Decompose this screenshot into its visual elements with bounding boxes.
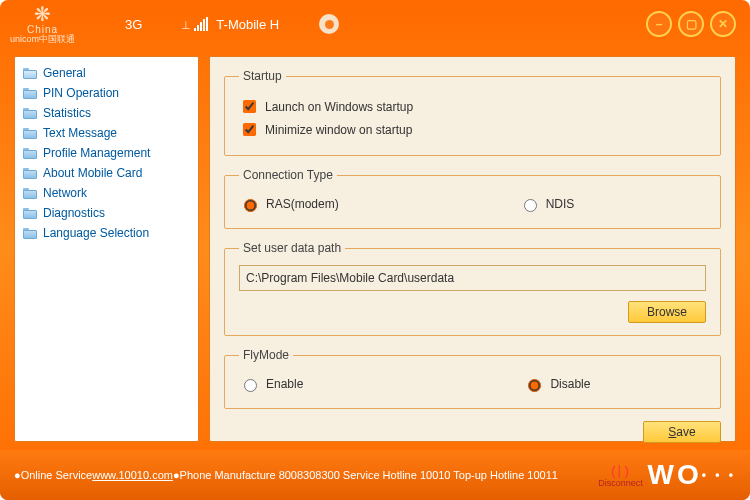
minimize-on-startup-row[interactable]: Minimize window on startup xyxy=(239,120,706,139)
folder-icon xyxy=(23,228,37,239)
ndis-radio[interactable] xyxy=(524,199,537,212)
sidebar-item-pin-operation[interactable]: PIN Operation xyxy=(19,83,194,103)
close-button[interactable]: ✕ xyxy=(710,11,736,37)
sidebar: General PIN Operation Statistics Text Me… xyxy=(14,56,199,442)
save-button[interactable]: Save xyxy=(643,421,721,443)
sidebar-item-label: Network xyxy=(43,186,87,200)
ndis-label: NDIS xyxy=(546,197,575,211)
network-mode: 3G xyxy=(125,17,142,32)
sidebar-item-language-selection[interactable]: Language Selection xyxy=(19,223,194,243)
sidebar-item-label: PIN Operation xyxy=(43,86,119,100)
disconnect-status[interactable]: (∣) Disconnect xyxy=(604,463,638,488)
minimize-on-startup-checkbox[interactable] xyxy=(243,123,256,136)
sidebar-item-about-mobile-card[interactable]: About Mobile Card xyxy=(19,163,194,183)
browse-button[interactable]: Browse xyxy=(628,301,706,323)
folder-icon xyxy=(23,128,37,139)
signal-icon xyxy=(194,17,208,31)
antenna-icon: ⟂ xyxy=(182,17,190,32)
folder-icon xyxy=(23,88,37,99)
disconnect-icon: (∣) xyxy=(611,463,630,478)
launch-on-startup-row[interactable]: Launch on Windows startup xyxy=(239,97,706,116)
user-data-path-group: Set user data path Browse xyxy=(224,241,721,336)
sidebar-item-label: Profile Management xyxy=(43,146,150,160)
activity-icon xyxy=(319,14,339,34)
sidebar-item-profile-management[interactable]: Profile Management xyxy=(19,143,194,163)
connection-type-group: Connection Type RAS(modem) NDIS xyxy=(224,168,721,229)
startup-legend: Startup xyxy=(239,69,286,83)
flymode-group: FlyMode Enable Disable xyxy=(224,348,721,409)
flymode-legend: FlyMode xyxy=(239,348,293,362)
footer: ● Online Service www.10010.com ●Phone Ma… xyxy=(0,450,750,500)
folder-icon xyxy=(23,148,37,159)
userdata-legend: Set user data path xyxy=(239,241,345,255)
sidebar-item-label: Text Message xyxy=(43,126,117,140)
flymode-enable-label: Enable xyxy=(266,377,303,391)
sidebar-item-general[interactable]: General xyxy=(19,63,194,83)
sidebar-item-label: About Mobile Card xyxy=(43,166,142,180)
sidebar-item-label: Statistics xyxy=(43,106,91,120)
disconnect-label: Disconnect xyxy=(598,478,643,488)
flymode-enable-option[interactable]: Enable xyxy=(239,376,303,392)
folder-icon xyxy=(23,108,37,119)
launch-on-startup-checkbox[interactable] xyxy=(243,100,256,113)
sidebar-item-text-message[interactable]: Text Message xyxy=(19,123,194,143)
sidebar-item-network[interactable]: Network xyxy=(19,183,194,203)
carrier-name: T-Mobile H xyxy=(216,17,279,32)
minimize-on-startup-label: Minimize window on startup xyxy=(265,123,412,137)
flymode-disable-radio[interactable] xyxy=(528,379,541,392)
connection-legend: Connection Type xyxy=(239,168,337,182)
sidebar-item-label: General xyxy=(43,66,86,80)
launch-on-startup-label: Launch on Windows startup xyxy=(265,100,413,114)
sidebar-item-statistics[interactable]: Statistics xyxy=(19,103,194,123)
brand-line2: unicom中国联通 xyxy=(10,35,75,44)
activity-indicator xyxy=(319,14,339,34)
flymode-disable-option[interactable]: Disable xyxy=(523,376,590,392)
settings-content: Startup Launch on Windows startup Minimi… xyxy=(209,56,736,442)
carrier-indicator: ⟂ T-Mobile H xyxy=(182,17,279,32)
brand-logo: ❋ China unicom中国联通 xyxy=(10,4,75,44)
ras-option[interactable]: RAS(modem) xyxy=(239,196,339,212)
folder-icon xyxy=(23,188,37,199)
minimize-button[interactable]: – xyxy=(646,11,672,37)
flymode-enable-radio[interactable] xyxy=(244,379,257,392)
ndis-option[interactable]: NDIS xyxy=(519,196,575,212)
ras-radio[interactable] xyxy=(244,199,257,212)
folder-open-icon xyxy=(23,68,37,79)
sidebar-item-diagnostics[interactable]: Diagnostics xyxy=(19,203,194,223)
user-data-path-input[interactable] xyxy=(239,265,706,291)
startup-group: Startup Launch on Windows startup Minimi… xyxy=(224,69,721,156)
sidebar-item-label: Diagnostics xyxy=(43,206,105,220)
bullet-icon: ● xyxy=(14,469,21,481)
folder-icon xyxy=(23,168,37,179)
online-service-link[interactable]: www.10010.com xyxy=(92,469,173,481)
flymode-disable-label: Disable xyxy=(550,377,590,391)
restore-button[interactable]: ▢ xyxy=(678,11,704,37)
ras-label: RAS(modem) xyxy=(266,197,339,211)
footer-hotline-text: ●Phone Manufacture 8008308300 Service Ho… xyxy=(173,469,558,481)
sidebar-item-label: Language Selection xyxy=(43,226,149,240)
footer-online-label: Online Service xyxy=(21,469,93,481)
wo-logo: WO• • • xyxy=(648,459,737,491)
folder-icon xyxy=(23,208,37,219)
brand-knot-icon: ❋ xyxy=(34,4,51,24)
